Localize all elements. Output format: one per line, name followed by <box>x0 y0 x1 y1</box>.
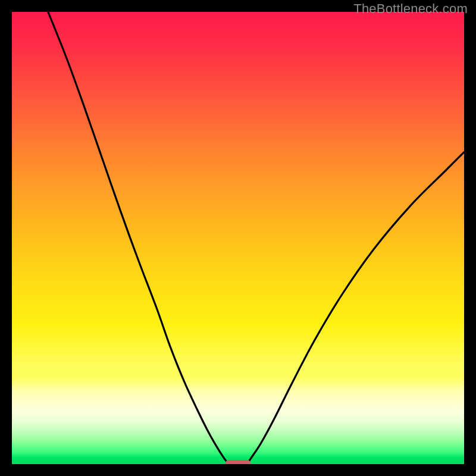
plot-area <box>12 12 464 464</box>
optimal-range-marker <box>226 460 250 464</box>
curve-layer <box>12 12 464 464</box>
bottleneck-curve-right <box>247 152 464 464</box>
chart-frame: TheBottleneck.com <box>0 0 476 476</box>
watermark-text: TheBottleneck.com <box>353 1 468 17</box>
bottleneck-curve-left <box>48 12 229 464</box>
